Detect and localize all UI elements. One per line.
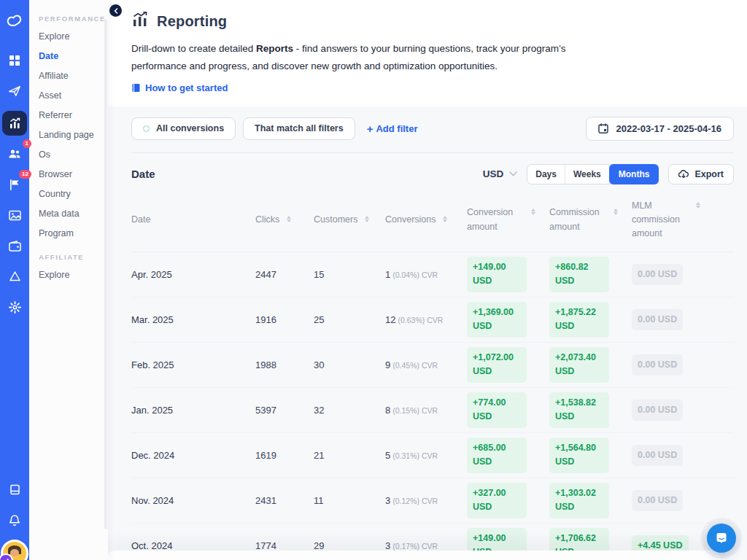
primary-sidebar: 1 12 — [0, 0, 29, 560]
granularity-days-button[interactable]: Days — [527, 165, 565, 184]
notifications-icon[interactable] — [2, 509, 27, 531]
secondary-sidebar: PERFORMANCE Explore Date Affiliate Asset… — [29, 0, 108, 560]
sort-icon[interactable] — [696, 202, 700, 209]
flag-icon[interactable]: 12 — [2, 174, 27, 195]
filter-bar: All conversions That match all filters +… — [131, 117, 734, 141]
integrations-icon[interactable] — [2, 265, 27, 287]
sidebar-collapse-button[interactable] — [109, 4, 122, 17]
conversion-amount-badge: +774.00 USD — [467, 392, 527, 428]
export-button[interactable]: Export — [668, 164, 734, 184]
members-badge: 1 — [23, 139, 31, 148]
calendar-icon — [598, 123, 608, 133]
logo-icon — [2, 9, 27, 34]
main-content: Reporting Drill-down to create detailed … — [108, 0, 747, 560]
granularity-months-button[interactable]: Months — [609, 164, 659, 184]
conversion-amount-badge: +149.00 USD — [467, 257, 527, 292]
sidebar-item-landing-page[interactable]: Landing page — [39, 130, 102, 140]
table-row: Apr. 2025 2447 15 1(0.04%) CVR +149.00 U… — [131, 252, 734, 298]
mlm-amount-badge: 0.00 USD — [632, 264, 683, 285]
settings-icon[interactable] — [2, 296, 27, 318]
column-header-date: Date — [131, 213, 255, 227]
media-icon[interactable] — [2, 204, 27, 226]
table-row: Nov. 2024 2431 11 3(0.12%) CVR +327.00 U… — [131, 478, 734, 524]
conversion-amount-badge: +1,072.00 USD — [467, 347, 527, 383]
sort-icon[interactable] — [365, 216, 369, 222]
book-icon — [131, 83, 141, 93]
plus-icon: + — [367, 122, 374, 135]
status-ring-icon — [143, 125, 150, 132]
sidebar-item-affiliate-explore[interactable]: Explore — [39, 270, 102, 280]
mlm-amount-badge: 0.00 USD — [632, 400, 683, 421]
sidebar-item-os[interactable]: Os — [39, 149, 102, 160]
chevron-down-icon — [509, 171, 517, 176]
mlm-amount-badge: 0.00 USD — [632, 309, 683, 330]
cloud-download-icon — [678, 170, 689, 179]
sort-icon[interactable] — [443, 216, 447, 222]
table-row: Dec. 2024 1619 21 5(0.31%) CVR +685.00 U… — [131, 433, 734, 478]
page-header: Reporting Drill-down to create detailed … — [108, 0, 747, 106]
column-header-customers: Customers — [314, 213, 385, 227]
conversion-amount-badge: +685.00 USD — [467, 438, 527, 473]
chat-widget-button[interactable] — [707, 524, 736, 553]
campaigns-icon[interactable] — [2, 80, 27, 102]
sidebar-item-affiliate[interactable]: Affiliate — [39, 71, 102, 81]
docs-icon[interactable] — [2, 478, 27, 500]
bottom-card — [106, 551, 721, 560]
divider — [131, 152, 734, 153]
sort-icon[interactable] — [531, 209, 535, 215]
all-conversions-filter-button[interactable]: All conversions — [131, 117, 236, 140]
commission-amount-badge: +2,073.40 USD — [549, 347, 609, 383]
commission-amount-badge: +1,303.02 USD — [549, 483, 609, 518]
sidebar-item-program[interactable]: Program — [39, 228, 102, 238]
sidebar-section-performance: PERFORMANCE — [39, 15, 102, 23]
dashboard-icon[interactable] — [2, 50, 27, 71]
column-header-commission-amount: Commission amount — [549, 206, 632, 234]
commission-amount-badge: +1,538.82 USD — [549, 392, 609, 428]
page-description: Drill-down to create detailed Reports - … — [131, 40, 604, 76]
sidebar-section-affiliate: AFFILIATE — [39, 253, 102, 261]
sidebar-item-explore[interactable]: Explore — [39, 31, 102, 42]
content-area: All conversions That match all filters +… — [108, 106, 747, 560]
add-filter-button[interactable]: + Add filter — [367, 122, 418, 135]
date-range-picker[interactable]: 2022-03-17 - 2025-04-16 — [586, 117, 734, 141]
table-row: Mar. 2025 1916 25 12(0.63%) CVR +1,369.0… — [131, 298, 734, 343]
granularity-toggle: Days Weeks Months — [527, 164, 659, 184]
sort-icon[interactable] — [614, 209, 618, 215]
wallet-icon[interactable] — [2, 235, 27, 257]
sidebar-scrollbar[interactable] — [104, 19, 107, 529]
reporting-icon[interactable] — [2, 111, 27, 136]
reporting-chart-icon — [131, 11, 149, 31]
match-all-filters-button[interactable]: That match all filters — [243, 117, 355, 140]
chat-bubble-icon — [715, 532, 728, 545]
table-toolbar: Date USD Days Weeks Months Export — [131, 164, 734, 184]
sidebar-item-browser[interactable]: Browser — [39, 169, 102, 179]
flag-badge: 12 — [19, 170, 31, 179]
sidebar-item-date[interactable]: Date — [39, 51, 102, 61]
column-header-clicks: Clicks — [255, 213, 314, 227]
mlm-amount-badge: 0.00 USD — [632, 354, 683, 376]
commission-amount-badge: +860.82 USD — [549, 257, 609, 292]
conversion-amount-badge: +1,369.00 USD — [467, 302, 527, 338]
how-to-get-started-link[interactable]: How to get started — [131, 82, 724, 93]
sidebar-item-asset[interactable]: Asset — [39, 90, 102, 101]
members-icon[interactable]: 1 — [2, 143, 27, 165]
column-header-conversion-amount: Conversion amount — [467, 206, 549, 234]
table-header-row: Date Clicks Customers Conversions Conver… — [131, 187, 734, 252]
sort-icon[interactable] — [287, 216, 291, 222]
table-row: Jan. 2025 5397 32 8(0.15%) CVR +774.00 U… — [131, 388, 734, 433]
table-row: Feb. 2025 1988 30 9(0.45%) CVR +1,072.00… — [131, 343, 734, 388]
commission-amount-badge: +1,875.22 USD — [549, 302, 609, 338]
mlm-amount-badge: 0.00 USD — [632, 445, 683, 466]
sidebar-item-country[interactable]: Country — [39, 189, 102, 199]
user-avatar[interactable] — [1, 540, 28, 560]
mlm-amount-badge: 0.00 USD — [632, 490, 683, 511]
commission-amount-badge: +1,564.80 USD — [549, 438, 609, 473]
column-header-conversions: Conversions — [385, 213, 467, 227]
column-header-mlm-commission-amount: MLM commission amount — [632, 199, 734, 241]
sidebar-item-meta-data[interactable]: Meta data — [39, 209, 102, 219]
sidebar-item-referrer[interactable]: Referrer — [39, 110, 102, 120]
section-title: Date — [131, 168, 155, 180]
currency-select[interactable]: USD — [483, 168, 518, 179]
report-table: Date Clicks Customers Conversions Conver… — [131, 187, 734, 560]
granularity-weeks-button[interactable]: Weeks — [565, 165, 610, 184]
